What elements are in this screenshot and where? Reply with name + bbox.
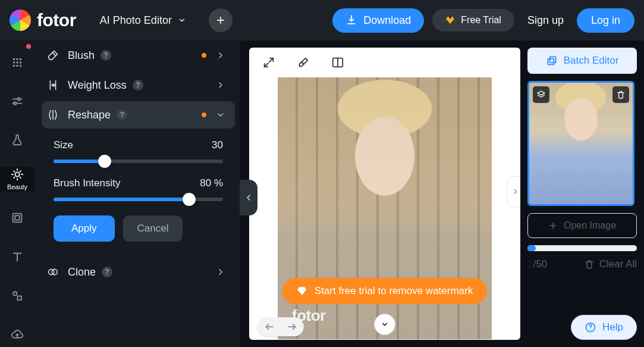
trial-pill-label: Start free trial to remove watermark <box>315 285 473 297</box>
editor-mode-label: AI Photo Editor <box>100 14 172 27</box>
image-count-total: /50 <box>533 258 547 270</box>
download-label: Download <box>363 14 411 27</box>
help-button[interactable]: Help <box>571 315 637 340</box>
tool-clone[interactable]: Clone ? <box>42 258 235 286</box>
brush-slider[interactable] <box>54 198 223 201</box>
clone-icon <box>46 265 59 279</box>
undo-redo-pill <box>257 317 304 336</box>
brand-logo[interactable]: fotor <box>10 10 76 31</box>
free-trial-label: Free Trial <box>461 15 501 26</box>
compare-icon[interactable] <box>331 56 344 69</box>
start-trial-pill[interactable]: Start free trial to remove watermark <box>282 278 487 304</box>
tool-clone-label: Clone <box>68 266 96 279</box>
chevron-down-icon <box>216 110 225 120</box>
premium-dot-icon <box>202 53 206 58</box>
canvas-toolbar <box>249 48 520 77</box>
free-trial-button[interactable]: Free Trial <box>432 9 514 32</box>
diamond-icon <box>297 286 307 296</box>
size-label: Size <box>54 139 73 151</box>
help-badge-icon[interactable]: ? <box>102 267 112 277</box>
rail-beauty-label: Beauty <box>7 183 27 190</box>
trash-icon <box>616 90 626 99</box>
help-badge-icon[interactable]: ? <box>133 80 143 90</box>
rail-adjust[interactable] <box>0 89 34 113</box>
redo-icon[interactable] <box>286 321 298 333</box>
thumb-delete-button[interactable] <box>612 86 629 103</box>
slider-fill <box>54 198 189 201</box>
beauty-icon <box>11 168 24 181</box>
canvas-image-area[interactable]: fotor Start free trial to remove waterma… <box>249 77 520 340</box>
slider-thumb[interactable] <box>183 193 196 206</box>
thumb-layers-button[interactable] <box>533 86 549 103</box>
help-badge-icon[interactable]: ? <box>117 110 127 120</box>
plus-icon <box>548 221 558 230</box>
chevron-down-icon <box>381 320 389 329</box>
brand-text: fotor <box>37 10 76 30</box>
rail-text[interactable] <box>0 245 34 269</box>
blush-icon <box>46 49 59 62</box>
open-image-label: Open Image <box>564 220 616 231</box>
weight-loss-icon <box>46 79 59 92</box>
slider-thumb[interactable] <box>98 155 111 168</box>
eraser-icon[interactable] <box>297 56 310 69</box>
thumbnails-scrollbar[interactable] <box>527 245 637 251</box>
chevron-right-icon <box>216 267 225 277</box>
open-image-button[interactable]: Open Image <box>527 213 637 238</box>
clear-all-button[interactable]: Clear All <box>584 258 637 270</box>
fit-screen-icon[interactable] <box>262 56 275 69</box>
reshape-icon <box>46 108 59 121</box>
brush-intensity-control: Brush Intensity 80 % <box>54 177 223 201</box>
batch-editor-button[interactable]: Batch Editor <box>527 48 637 74</box>
main: Beauty Blush ? Weight Loss ? Reshape ? <box>0 40 644 347</box>
rail-elements[interactable] <box>0 283 34 308</box>
fotor-logo-icon <box>10 10 31 31</box>
rail-templates[interactable] <box>0 50 34 74</box>
left-rail: Beauty <box>0 40 34 347</box>
canvas: fotor Start free trial to remove waterma… <box>249 48 520 340</box>
brush-label: Brush Intensity <box>54 177 120 189</box>
tool-weight-loss-label: Weight Loss <box>68 79 127 92</box>
chevron-right-icon <box>216 51 225 60</box>
flask-icon <box>11 133 24 146</box>
trash-icon <box>584 259 595 270</box>
log-in-button[interactable]: Log in <box>577 8 634 33</box>
image-count-row: 1/50 Clear All <box>527 258 637 270</box>
apply-button[interactable]: Apply <box>54 215 115 242</box>
undo-icon[interactable] <box>263 321 275 333</box>
top-bar: fotor AI Photo Editor Download Free Tria… <box>0 0 644 40</box>
download-icon <box>345 14 357 26</box>
right-sidebar: Batch Editor Open Image 1/50 Clear All H… <box>525 40 644 347</box>
size-slider[interactable] <box>54 160 223 163</box>
tool-weight-loss[interactable]: Weight Loss ? <box>42 71 235 99</box>
chevron-down-icon <box>178 16 186 24</box>
rail-frames[interactable] <box>0 206 34 230</box>
expand-right-button[interactable] <box>507 176 520 207</box>
rail-cloud[interactable] <box>0 323 34 347</box>
cloud-upload-icon <box>11 328 24 341</box>
help-label: Help <box>602 321 623 333</box>
beauty-panel: Blush ? Weight Loss ? Reshape ? Size <box>34 40 240 347</box>
tool-blush-label: Blush <box>68 49 95 62</box>
editor-mode-dropdown[interactable]: AI Photo Editor <box>100 14 186 27</box>
tool-blush[interactable]: Blush ? <box>42 42 235 69</box>
zoom-dropdown[interactable] <box>374 314 395 335</box>
collapse-panel-button[interactable] <box>240 180 257 215</box>
tool-reshape[interactable]: Reshape ? <box>42 101 235 129</box>
cancel-button[interactable]: Cancel <box>123 215 183 242</box>
chevron-left-icon <box>244 193 253 202</box>
new-button[interactable] <box>209 8 233 32</box>
help-badge-icon[interactable]: ? <box>100 50 111 61</box>
rail-beauty[interactable]: Beauty <box>0 167 34 191</box>
help-icon <box>585 321 596 333</box>
download-button[interactable]: Download <box>332 8 424 33</box>
elements-icon <box>11 289 24 302</box>
image-thumbnail[interactable] <box>527 81 634 206</box>
chevron-right-icon <box>216 80 225 90</box>
notification-dot-icon <box>26 44 31 49</box>
sign-up-link[interactable]: Sign up <box>523 14 568 27</box>
diamond-icon <box>445 15 455 25</box>
rail-ai-tools[interactable] <box>0 128 34 152</box>
layers-icon <box>536 90 546 99</box>
batch-editor-label: Batch Editor <box>564 55 619 67</box>
frame-icon <box>11 211 24 224</box>
